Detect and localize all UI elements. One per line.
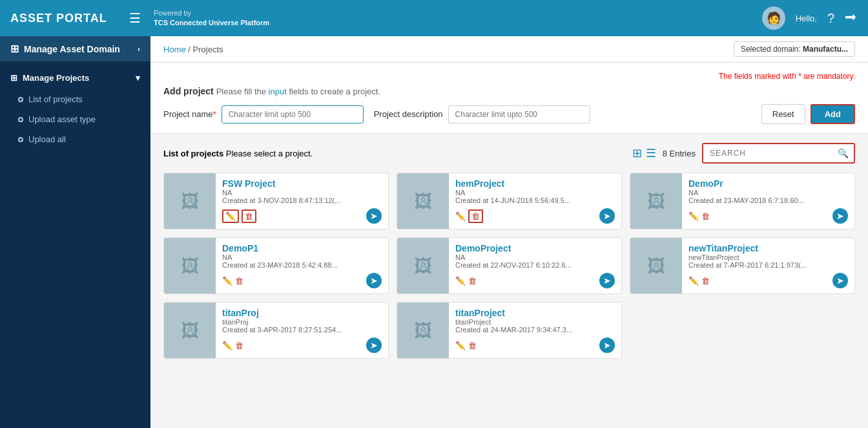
delete-icon[interactable]: 🗑 xyxy=(242,209,256,223)
mandatory-note-text: The fields marked with xyxy=(719,72,796,81)
project-thumbnail: 🖼 xyxy=(397,303,449,358)
delete-icon[interactable]: 🗑 xyxy=(468,276,477,286)
project-sub: NA xyxy=(455,189,615,197)
projects-title: List of projects Please select a project… xyxy=(163,149,313,158)
action-icons: ✏️ 🗑 xyxy=(455,341,477,350)
domain-badge: Selected domain: Manufactu... xyxy=(734,41,855,57)
manage-projects-label: Manage Projects xyxy=(23,73,89,83)
project-date: Created at 3-NOV-2018 8:47:13:12(... xyxy=(222,197,382,204)
required-star: * xyxy=(213,109,216,119)
project-date: Created at 23-MAY-2018 6:7:18.60... xyxy=(688,197,848,204)
navigate-button[interactable]: ➤ xyxy=(599,273,615,288)
powered-by-line1: Powered by xyxy=(154,8,762,18)
projects-grid: 🖼 FSW Project NA Created at 3-NOV-2018 8… xyxy=(163,173,855,359)
edit-icon[interactable]: ✏️ xyxy=(455,276,466,286)
navigate-button[interactable]: ➤ xyxy=(832,208,848,224)
project-info: DemoProject NA Created at 22-NOV-2017 6:… xyxy=(449,238,621,294)
delete-icon[interactable]: 🗑 xyxy=(468,209,483,223)
project-actions: ✏️ 🗑 ➤ xyxy=(688,273,848,288)
edit-icon[interactable]: ✏️ xyxy=(222,341,232,350)
sidebar-item-upload-all[interactable]: Upload all xyxy=(0,129,150,149)
breadcrumb-bar: Home / Projects Selected domain: Manufac… xyxy=(150,36,868,63)
project-actions: ✏️ 🗑 ➤ xyxy=(455,208,615,224)
help-icon[interactable]: ? xyxy=(827,11,834,26)
project-sub: NA xyxy=(688,189,848,197)
project-info: DemoP1 NA Created at 23-MAY-2018 5:42:4.… xyxy=(216,238,388,294)
action-icons: ✏️ 🗑 xyxy=(222,209,256,223)
edit-icon[interactable]: ✏️ xyxy=(222,209,239,223)
project-thumbnail: 🖼 xyxy=(397,173,449,229)
project-name[interactable]: DemoP1 xyxy=(222,243,382,253)
list-of-projects-label: List of projects xyxy=(28,94,83,104)
sidebar-sub: ⊞ Manage Projects ▾ List of projects Upl… xyxy=(0,61,150,155)
project-name[interactable]: titanProj xyxy=(222,308,382,318)
add-button[interactable]: Add xyxy=(811,104,855,124)
edit-icon[interactable]: ✏️ xyxy=(688,276,699,286)
project-card: 🖼 DemoProject NA Created at 22-NOV-2017 … xyxy=(397,237,622,294)
project-info: hemProject NA Created at 14-JUN-2018 5:5… xyxy=(449,173,621,229)
project-card: 🖼 DemoPr NA Created at 23-MAY-2018 6:7:1… xyxy=(630,173,855,230)
navigate-button[interactable]: ➤ xyxy=(366,273,382,288)
action-icons: ✏️ 🗑 xyxy=(222,341,243,350)
project-name[interactable]: newTitanProject xyxy=(688,243,848,253)
sidebar-manage-projects[interactable]: ⊞ Manage Projects ▾ xyxy=(0,67,150,89)
project-actions: ✏️ 🗑 ➤ xyxy=(222,273,382,288)
circle-icon xyxy=(18,137,23,142)
navigate-button[interactable]: ➤ xyxy=(599,337,615,353)
projects-subtitle: Please select a project. xyxy=(226,149,313,158)
grid-small-icon: ⊞ xyxy=(10,73,17,83)
project-actions: ✏️ 🗑 ➤ xyxy=(688,208,848,224)
navigate-button[interactable]: ➤ xyxy=(366,337,382,353)
navigate-button[interactable]: ➤ xyxy=(599,208,615,224)
project-sub: newTitanProject xyxy=(688,253,848,261)
project-name[interactable]: hemProject xyxy=(455,178,615,189)
image-icon: 🖼 xyxy=(647,191,665,212)
project-card: 🖼 hemProject NA Created at 14-JUN-2018 5… xyxy=(397,173,622,230)
header-right: 🧑 Hello, ? ⮕ xyxy=(762,6,858,30)
project-thumbnail: 🖼 xyxy=(397,238,449,294)
image-icon: 🖼 xyxy=(414,255,432,277)
image-icon: 🖼 xyxy=(181,255,199,277)
delete-icon[interactable]: 🗑 xyxy=(468,341,477,350)
project-name[interactable]: titanProject xyxy=(455,308,615,318)
edit-icon[interactable]: ✏️ xyxy=(222,276,232,286)
search-input[interactable] xyxy=(703,145,832,162)
delete-icon[interactable]: 🗑 xyxy=(701,276,710,286)
project-name-input[interactable] xyxy=(222,105,364,123)
project-name[interactable]: FSW Project xyxy=(222,178,382,189)
image-icon: 🖼 xyxy=(414,320,432,341)
navigate-button[interactable]: ➤ xyxy=(366,208,382,224)
project-name[interactable]: DemoProject xyxy=(455,243,615,253)
sidebar: ⊞ Manage Asset Domain ‹ ⊞ Manage Project… xyxy=(0,36,150,428)
edit-icon[interactable]: ✏️ xyxy=(455,211,466,221)
reset-button[interactable]: Reset xyxy=(761,104,805,124)
project-sub: titanProj xyxy=(222,318,382,326)
breadcrumb-home[interactable]: Home xyxy=(163,45,186,54)
hamburger-menu[interactable]: ☰ xyxy=(129,10,141,26)
project-card: 🖼 DemoP1 NA Created at 23-MAY-2018 5:42:… xyxy=(163,237,389,294)
entries-count: 8 Entries xyxy=(663,149,696,158)
navigate-button[interactable]: ➤ xyxy=(832,273,848,288)
project-card: 🖼 titanProject titanProject Created at 2… xyxy=(397,302,622,359)
project-date: Created at 22-NOV-2017 6:10:22.6... xyxy=(455,261,615,269)
edit-icon[interactable]: ✏️ xyxy=(688,211,699,221)
logout-icon[interactable]: ⮕ xyxy=(845,11,858,26)
search-button[interactable]: 🔍 xyxy=(832,144,854,162)
delete-icon[interactable]: 🗑 xyxy=(701,211,710,221)
main-layout: ⊞ Manage Asset Domain ‹ ⊞ Manage Project… xyxy=(0,36,868,428)
delete-icon[interactable]: 🗑 xyxy=(235,276,243,286)
upload-asset-type-label: Upload asset type xyxy=(28,114,96,124)
project-name[interactable]: DemoPr xyxy=(688,178,848,189)
grid-view-icon[interactable]: ⊞ xyxy=(632,146,642,160)
view-icons: ⊞ ☰ xyxy=(632,146,656,160)
sidebar-item-list-of-projects[interactable]: List of projects xyxy=(0,89,150,109)
content: Home / Projects Selected domain: Manufac… xyxy=(150,36,868,428)
list-view-icon[interactable]: ☰ xyxy=(646,146,656,160)
project-desc-input[interactable] xyxy=(448,105,590,123)
sidebar-item-upload-asset-type[interactable]: Upload asset type xyxy=(0,109,150,129)
user-avatar: 🧑 xyxy=(762,6,785,30)
sidebar-manage-asset-domain[interactable]: ⊞ Manage Asset Domain ‹ xyxy=(0,36,150,61)
edit-icon[interactable]: ✏️ xyxy=(455,341,466,350)
add-project-strong: Add project xyxy=(163,86,214,96)
delete-icon[interactable]: 🗑 xyxy=(235,341,243,350)
